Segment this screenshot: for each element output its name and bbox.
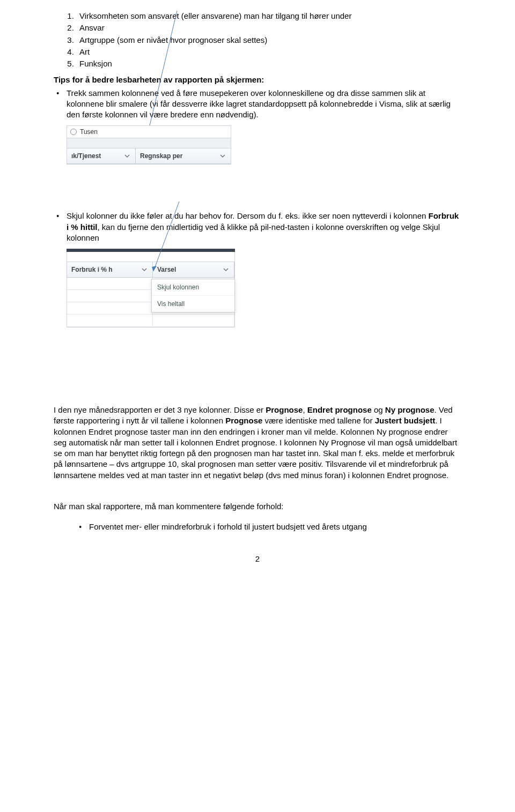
arrow-icon xyxy=(126,202,190,277)
menu-item-hide-column[interactable]: Skjul kolonnen xyxy=(152,279,234,296)
radio-off-icon[interactable] xyxy=(70,129,77,135)
paragraph-new-columns: I den nye månedsrapporten er det 3 nye k… xyxy=(54,405,461,481)
text-run: , kan du fjerne den midlertidig ved å kl… xyxy=(67,222,440,242)
cell-empty xyxy=(67,315,153,326)
cell-empty xyxy=(153,315,234,326)
bold-run: Prognose xyxy=(225,416,262,425)
bold-run: Endret prognose xyxy=(307,405,372,414)
screenshot-1-spacer xyxy=(67,138,231,148)
chevron-down-icon[interactable] xyxy=(222,266,230,273)
paragraph-report-intro: Når man skal rapportere, må man kommente… xyxy=(54,501,461,512)
bullet-expected-deviation: Forventet mer- eller mindreforbruk i for… xyxy=(86,522,461,532)
text-run: være identiske med tallene for xyxy=(262,416,374,425)
screenshot-1-header: ık/Tjenest Regnskap per xyxy=(67,148,231,164)
column-label: ık/Tjenest xyxy=(71,152,101,160)
cell-empty xyxy=(67,278,153,289)
page-content: Virksomheten som ansvaret (eller ansvare… xyxy=(0,0,515,586)
chevron-down-icon[interactable] xyxy=(123,152,131,160)
list-item-5: Funksjon xyxy=(76,58,461,69)
column-dropdown-menu: Skjul kolonnen Vis heltall xyxy=(151,279,235,312)
chevron-down-icon[interactable] xyxy=(219,152,226,160)
list-item-3: Artgruppe (som er nivået hvor prognoser … xyxy=(76,35,461,46)
svg-line-2 xyxy=(153,202,179,271)
svg-marker-3 xyxy=(152,266,157,271)
list-item-4: Art xyxy=(76,47,461,57)
bullet-resize-columns: Trekk sammen kolonnene ved å føre musepe… xyxy=(63,88,461,121)
bullet-list-3: Forventet mer- eller mindreforbruk i for… xyxy=(76,522,461,532)
radio-label: Tusen xyxy=(80,128,98,136)
text-run: Skjul kolonner du ikke føler at du har b… xyxy=(67,211,429,220)
text-run: . I kolonnen Endret prognose taster man … xyxy=(54,416,457,479)
tips-heading: Tips for å bedre lesbarheten av rapporte… xyxy=(54,75,461,85)
column-header-tjeneste[interactable]: ık/Tjenest xyxy=(67,148,136,163)
screenshot-2-wrap: Forbruk i % h Varsel xyxy=(67,249,461,327)
bullet-hide-columns: Skjul kolonner du ikke føler at du har b… xyxy=(63,211,461,243)
text-run: , xyxy=(303,405,307,414)
column-label: Forbruk i % h xyxy=(71,265,113,274)
cell-empty xyxy=(67,302,153,314)
text-run: I den nye månedsrapporten er det 3 nye k… xyxy=(54,405,266,414)
numbered-list: Virksomheten som ansvaret (eller ansvare… xyxy=(76,11,461,69)
text-run: og xyxy=(372,405,385,414)
screenshot-1-toprow: Tusen xyxy=(67,126,231,138)
bold-run: Prognose xyxy=(266,405,303,414)
screenshot-1-wrap: Tusen ık/Tjenest Regnskap per xyxy=(67,125,461,165)
page-number: 2 xyxy=(54,554,461,564)
bullet-list-2: Skjul kolonner du ikke føler at du har b… xyxy=(54,211,461,243)
menu-item-show-whole[interactable]: Vis heltall xyxy=(152,296,234,312)
list-item-1: Virksomheten som ansvaret (eller ansvare… xyxy=(76,11,461,21)
column-header-regnskap[interactable]: Regnskap per xyxy=(136,148,231,163)
bullet-list-1: Trekk sammen kolonnene ved å føre musepe… xyxy=(54,88,461,121)
column-label: Regnskap per xyxy=(140,152,182,160)
screenshot-1: Tusen ık/Tjenest Regnskap per xyxy=(67,125,231,165)
list-item-2: Ansvar xyxy=(76,23,461,33)
bold-run: Ny prognose xyxy=(385,405,435,414)
cell-empty xyxy=(67,290,153,302)
table-row xyxy=(67,315,234,327)
bold-run: Justert budsjett xyxy=(375,416,436,425)
